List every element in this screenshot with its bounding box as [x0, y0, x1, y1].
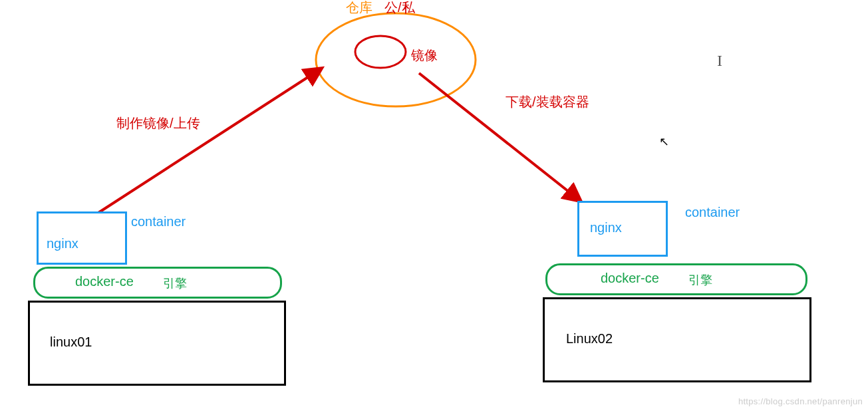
right-container-box: nginx	[577, 201, 668, 257]
image-ellipse	[355, 36, 406, 68]
watermark: https://blog.csdn.net/panrenjun	[738, 396, 863, 406]
left-os-box: linux01	[28, 301, 286, 386]
text-caret-icon: I	[717, 52, 722, 70]
repo-scope: 公/私	[384, 0, 415, 17]
download-arrow	[419, 73, 579, 200]
repo-ellipse	[316, 13, 476, 106]
cursor-icon: ↖	[659, 134, 669, 149]
upload-arrow	[93, 70, 319, 216]
right-container-text: nginx	[590, 220, 622, 235]
upload-label: 制作镜像/上传	[116, 114, 200, 132]
left-container-text: nginx	[47, 236, 78, 251]
download-label: 下载/装载容器	[506, 93, 589, 111]
image-label: 镜像	[411, 47, 438, 65]
left-os-label: linux01	[50, 335, 92, 350]
right-container-tag: container	[685, 205, 740, 220]
right-engine-box: docker-ce 引擎	[545, 263, 807, 295]
right-engine-name: docker-ce	[601, 271, 659, 286]
right-os-box: Linux02	[543, 297, 811, 382]
left-engine-name: docker-ce	[75, 274, 134, 289]
diagram-stage: 仓库 公/私 镜像 制作镜像/上传 下载/装载容器 nginx containe…	[0, 0, 868, 409]
left-engine-tag: 引擎	[163, 275, 187, 291]
left-container-box: nginx	[37, 211, 127, 265]
repo-title: 仓库	[346, 0, 372, 17]
right-engine-tag: 引擎	[688, 272, 712, 288]
left-engine-box: docker-ce 引擎	[33, 267, 282, 299]
left-container-tag: container	[131, 214, 186, 229]
right-os-label: Linux02	[566, 331, 613, 346]
